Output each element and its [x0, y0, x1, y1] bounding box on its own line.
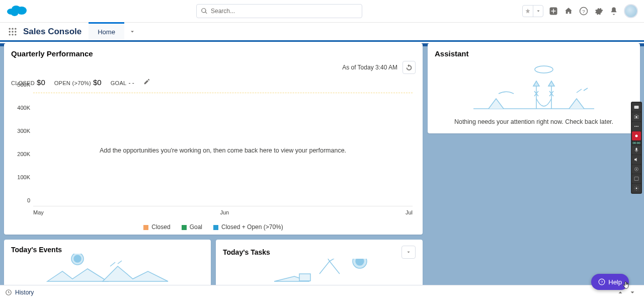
svg-point-17: [74, 255, 81, 262]
legend-closed: Closed: [151, 223, 170, 231]
svg-point-30: [636, 169, 637, 170]
user-avatar[interactable]: [624, 4, 638, 18]
search-icon: [201, 8, 208, 15]
svg-rect-31: [634, 177, 638, 181]
svg-point-23: [635, 116, 637, 118]
ytick: 0: [27, 197, 30, 203]
svg-point-25: [636, 126, 637, 127]
ytick: 500K: [17, 82, 30, 88]
add-icon[interactable]: [548, 6, 558, 16]
assistant-msg: Nothing needs your attention right now. …: [435, 118, 633, 125]
global-search[interactable]: Search...: [196, 4, 362, 18]
goal-label: GOAL: [111, 80, 127, 86]
xtick: May: [33, 209, 44, 215]
app-nav: Sales Console Home: [0, 23, 644, 42]
assistant-card: Assistant: [428, 43, 640, 133]
pencil-icon[interactable]: [143, 78, 150, 85]
tab-home[interactable]: Home: [89, 22, 124, 40]
qp-metrics: CLOSED$0 OPEN (>70%)$0 GOAL- -: [11, 78, 416, 87]
legend-goal: Goal: [190, 223, 202, 231]
open-value: $0: [93, 78, 102, 87]
svg-point-8: [12, 28, 13, 29]
app-name: Sales Console: [20, 23, 89, 40]
svg-rect-28: [636, 148, 637, 151]
closed-value: $0: [37, 78, 45, 87]
svg-text:?: ?: [601, 280, 603, 284]
xtick: Jul: [406, 209, 413, 215]
tab-home-label: Home: [98, 28, 115, 36]
header-actions: ?: [522, 4, 638, 18]
help-icon: ?: [598, 278, 605, 285]
window-icon[interactable]: [632, 174, 641, 183]
tasks-illustration: [223, 259, 416, 284]
events-title: Today's Events: [11, 246, 62, 254]
open-label: OPEN (>70%): [54, 80, 91, 86]
mic-icon[interactable]: [632, 145, 641, 155]
svg-point-14: [12, 34, 13, 35]
goal-value: - -: [129, 80, 134, 87]
qp-chart: 0100K200K300K400K500K Add the opportunit…: [11, 91, 416, 221]
capture-icon[interactable]: [632, 103, 641, 112]
svg-point-11: [12, 31, 13, 32]
tab-home-menu[interactable]: [124, 23, 140, 40]
home-cloud-icon[interactable]: [564, 6, 574, 16]
qp-legend: Closed Goal Closed + Open (>70%): [11, 223, 416, 231]
svg-point-7: [9, 28, 11, 29]
record-icon[interactable]: [632, 131, 641, 140]
search-placeholder: Search...: [211, 8, 235, 15]
star-icon[interactable]: [523, 6, 533, 17]
ytick: 400K: [17, 105, 30, 111]
favorites-combo[interactable]: [522, 5, 543, 17]
svg-text:?: ?: [582, 9, 585, 14]
svg-point-19: [356, 259, 364, 265]
target-icon[interactable]: [632, 165, 641, 174]
events-illustration: [11, 254, 204, 284]
camera-icon[interactable]: [632, 112, 641, 121]
app-launcher-icon[interactable]: [5, 23, 20, 40]
salesforce-logo: [6, 4, 28, 19]
cursor-hand-icon: [622, 281, 631, 290]
svg-point-3: [11, 11, 18, 16]
help-icon[interactable]: ?: [579, 6, 589, 16]
todays-tasks-card: Today's Tasks: [216, 240, 423, 285]
refresh-button[interactable]: [403, 61, 416, 74]
assistant-title: Assistant: [435, 49, 633, 58]
help-label: Help: [608, 278, 622, 286]
main-canvas: Quarterly Performance As of Today 3:40 A…: [0, 43, 644, 285]
svg-point-9: [15, 28, 16, 29]
refresh-icon: [406, 64, 413, 71]
svg-point-10: [9, 31, 11, 32]
gear-icon[interactable]: [594, 6, 604, 16]
settings-icon[interactable]: [632, 184, 641, 193]
svg-point-32: [636, 188, 637, 189]
svg-point-15: [15, 34, 16, 35]
tasks-title: Today's Tasks: [223, 248, 270, 256]
svg-point-2: [17, 7, 27, 15]
svg-point-24: [634, 126, 635, 127]
qp-asof: As of Today 3:40 AM: [342, 64, 397, 71]
svg-point-27: [635, 135, 638, 137]
tasks-filter-button[interactable]: [401, 246, 416, 259]
clock-icon: [5, 289, 12, 296]
chevron-down-icon[interactable]: [533, 6, 543, 17]
xtick: Jun: [220, 209, 229, 215]
more-icon[interactable]: [632, 122, 641, 131]
bell-icon[interactable]: [609, 6, 619, 16]
chevron-down-icon: [129, 29, 135, 35]
sound-icon[interactable]: [632, 155, 641, 164]
todays-events-card: Today's Events: [4, 240, 211, 285]
svg-point-21: [535, 66, 553, 73]
timer-readout: 00:00: [632, 141, 641, 145]
history-button[interactable]: History: [15, 289, 34, 296]
qp-title: Quarterly Performance: [11, 49, 93, 58]
utility-bar: History: [0, 285, 644, 299]
ytick: 200K: [17, 151, 30, 157]
ytick: 300K: [17, 128, 30, 134]
global-header: Search... ?: [0, 0, 644, 23]
svg-point-13: [9, 34, 11, 35]
qp-empty-msg: Add the opportunities you're working on,…: [33, 147, 413, 154]
ytick: 100K: [17, 174, 30, 180]
svg-point-12: [15, 31, 16, 32]
assistant-illustration: [435, 61, 633, 111]
chevron-down-icon: [406, 250, 411, 255]
